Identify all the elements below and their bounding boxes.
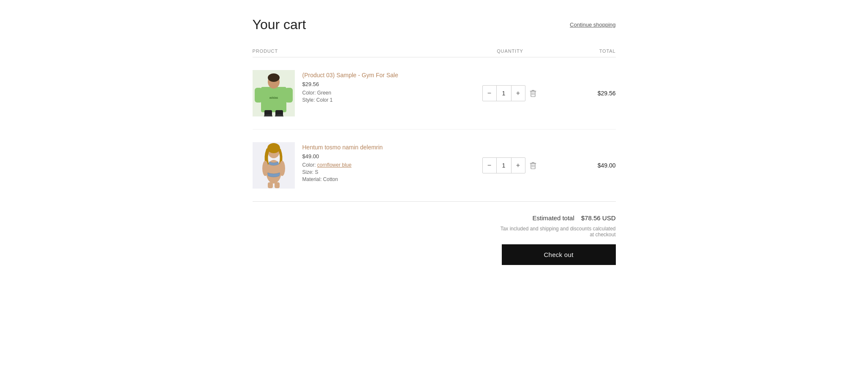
tax-note: Tax included and shipping and discounts …: [498, 226, 616, 238]
trash-icon: [530, 162, 536, 169]
estimated-total-value: $78.56 USD: [581, 214, 616, 222]
delete-item-button[interactable]: [528, 160, 538, 171]
svg-point-14: [267, 143, 280, 153]
quantity-control: − 1 +: [468, 85, 552, 101]
svg-rect-17: [268, 182, 273, 188]
quantity-increase-button[interactable]: +: [512, 86, 525, 101]
product-attr-style: Style: Color 1: [302, 97, 398, 103]
quantity-increase-button[interactable]: +: [512, 158, 525, 173]
page-header: Your cart Continue shopping: [253, 17, 616, 32]
svg-point-16: [279, 161, 285, 176]
quantity-decrease-button[interactable]: −: [483, 158, 496, 173]
delete-item-button[interactable]: [528, 88, 538, 99]
col-header-total: Total: [552, 49, 616, 54]
product-attr-color: Color: Green: [302, 90, 398, 96]
svg-point-15: [262, 161, 268, 176]
col-header-product: Product: [253, 49, 468, 54]
quantity-decrease-button[interactable]: −: [483, 86, 496, 101]
quantity-box: − 1 +: [482, 85, 525, 101]
product-info: adidas (Product 03) Sample - Gym For Sal…: [253, 70, 468, 116]
estimated-total: Estimated total $78.56 USD: [533, 214, 616, 222]
product-attr-material: Material: Cotton: [302, 176, 383, 182]
product-name[interactable]: (Product 03) Sample - Gym For Sale: [302, 72, 398, 78]
svg-rect-4: [285, 88, 293, 103]
page-wrapper: Your cart Continue shopping Product Quan…: [244, 0, 624, 282]
quantity-control: − 1 +: [468, 157, 552, 173]
product-image: adidas: [253, 70, 295, 116]
cart-items: adidas (Product 03) Sample - Gym For Sal…: [253, 57, 616, 202]
product-price: $29.56: [302, 81, 398, 87]
product-attr-size: Size: S: [302, 169, 383, 175]
item-total: $29.56: [552, 90, 616, 97]
checkout-button[interactable]: Check out: [502, 244, 616, 265]
product-price: $49.00: [302, 153, 383, 160]
product-attr-color: Color: cornflower blue: [302, 162, 383, 168]
product-info: Hentum tosmo namin delemrin $49.00 Color…: [253, 142, 468, 189]
continue-shopping-link[interactable]: Continue shopping: [570, 22, 615, 28]
svg-text:adidas: adidas: [269, 96, 278, 99]
estimated-total-label: Estimated total: [533, 214, 574, 222]
svg-point-2: [268, 73, 280, 82]
svg-rect-18: [275, 182, 280, 188]
quantity-value: 1: [496, 86, 512, 101]
quantity-value: 1: [496, 158, 512, 173]
product-image: [253, 142, 295, 189]
color-link[interactable]: cornflower blue: [317, 162, 351, 168]
trash-icon: [530, 89, 536, 97]
svg-rect-0: [261, 87, 286, 112]
col-header-quantity: Quantity: [468, 49, 552, 54]
item-total: $49.00: [552, 162, 616, 169]
quantity-box: − 1 +: [482, 157, 525, 173]
table-row: Hentum tosmo namin delemrin $49.00 Color…: [253, 130, 616, 201]
product-details: Hentum tosmo namin delemrin $49.00 Color…: [302, 142, 383, 184]
cart-table-header: Product Quantity Total: [253, 45, 616, 57]
table-row: adidas (Product 03) Sample - Gym For Sal…: [253, 57, 616, 130]
product-name[interactable]: Hentum tosmo namin delemrin: [302, 144, 383, 151]
svg-rect-3: [255, 88, 262, 103]
page-title: Your cart: [253, 17, 306, 32]
product-details: (Product 03) Sample - Gym For Sale $29.5…: [302, 70, 398, 104]
cart-summary: Estimated total $78.56 USD Tax included …: [253, 214, 616, 265]
